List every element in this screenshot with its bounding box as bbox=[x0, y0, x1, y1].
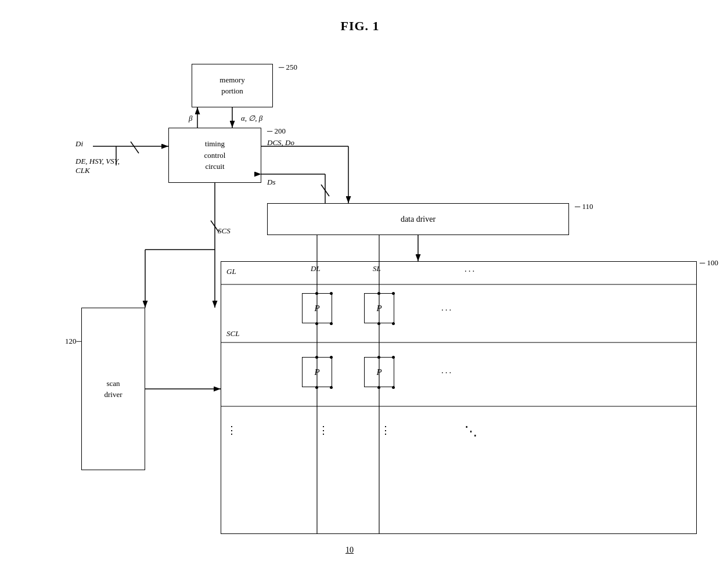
label-SCL: SCL bbox=[226, 329, 239, 338]
dots-row2: ... bbox=[441, 366, 453, 376]
timing-control-box: timingcontrolcircuit bbox=[168, 128, 261, 183]
ref-250: ─ 250 bbox=[279, 63, 297, 72]
label-alpha-phi-beta: α, ∅, β bbox=[241, 114, 262, 123]
pixel-label-r1c1: P bbox=[314, 304, 319, 313]
vert-dots-sl: ⋮ bbox=[380, 424, 391, 437]
data-driver-box: data driver bbox=[267, 203, 569, 235]
pixel-box-r1c1: P bbox=[302, 293, 332, 323]
pixel-box-r1c2: P bbox=[364, 293, 394, 323]
diag-dots: ⋱ bbox=[465, 424, 477, 439]
dot-r2c1-tr bbox=[330, 356, 333, 359]
svg-line-21 bbox=[321, 185, 329, 196]
pixel-box-r2c1: P bbox=[302, 357, 332, 387]
dots-row1: ... bbox=[441, 303, 453, 313]
ref-200: ─ 200 bbox=[267, 127, 286, 136]
panel-box bbox=[221, 261, 697, 534]
dot-r2c2-tl bbox=[377, 356, 380, 359]
data-driver-label: data driver bbox=[401, 215, 435, 224]
label-GL: GL bbox=[226, 267, 236, 276]
dot-r1c2-bl bbox=[377, 322, 380, 325]
scan-driver-label: scandriver bbox=[104, 378, 122, 401]
dot-r1c1-tl bbox=[315, 292, 318, 295]
vert-dots-gl: ⋮ bbox=[226, 424, 237, 437]
figure-title: FIG. 1 bbox=[340, 19, 379, 34]
label-beta: β bbox=[189, 114, 192, 123]
ref-110: ─ 110 bbox=[575, 202, 593, 211]
ref-100: ─ 100 bbox=[700, 258, 718, 268]
label-Di: Di bbox=[75, 139, 83, 149]
timing-control-label: timingcontrolcircuit bbox=[204, 138, 226, 172]
dot-r2c1-br bbox=[330, 386, 333, 389]
dot-r2c2-br bbox=[392, 386, 395, 389]
label-DL: DL bbox=[311, 264, 321, 273]
dot-r1c2-tr bbox=[392, 292, 395, 295]
pixel-label-r1c2: P bbox=[376, 304, 381, 313]
dot-r1c2-br bbox=[392, 322, 395, 325]
diagram: FIG. 1 memoryportion timingcontrolcircui… bbox=[0, 0, 720, 588]
memory-portion-label: memoryportion bbox=[219, 75, 244, 96]
dots-header: ... bbox=[465, 264, 476, 274]
dot-r2c1-tl bbox=[315, 356, 318, 359]
dot-r2c1-bl bbox=[315, 386, 318, 389]
dot-r2c2-bl bbox=[377, 386, 380, 389]
dot-r1c1-br bbox=[330, 322, 333, 325]
label-Ds: Ds bbox=[267, 178, 275, 187]
dot-r2c2-tr bbox=[392, 356, 395, 359]
label-SL: SL bbox=[373, 264, 381, 273]
label-SCS: SCS bbox=[218, 226, 231, 236]
ref-10: 10 bbox=[345, 546, 354, 555]
memory-portion-box: memoryportion bbox=[192, 64, 273, 107]
svg-line-22 bbox=[131, 142, 139, 153]
label-DCS-Do: DCS, Do bbox=[267, 138, 294, 147]
pixel-label-r2c2: P bbox=[376, 367, 381, 377]
dot-r1c1-bl bbox=[315, 322, 318, 325]
ref-120: 120─ bbox=[65, 337, 82, 346]
dot-r1c1-tr bbox=[330, 292, 333, 295]
pixel-label-r2c1: P bbox=[314, 367, 319, 377]
dot-r1c2-tl bbox=[377, 292, 380, 295]
pixel-box-r2c2: P bbox=[364, 357, 394, 387]
label-DE-HSY: DE, HSY, VSY,CLK bbox=[75, 157, 120, 175]
scan-driver-box: scandriver bbox=[81, 308, 145, 470]
vert-dots-dl: ⋮ bbox=[318, 424, 329, 437]
